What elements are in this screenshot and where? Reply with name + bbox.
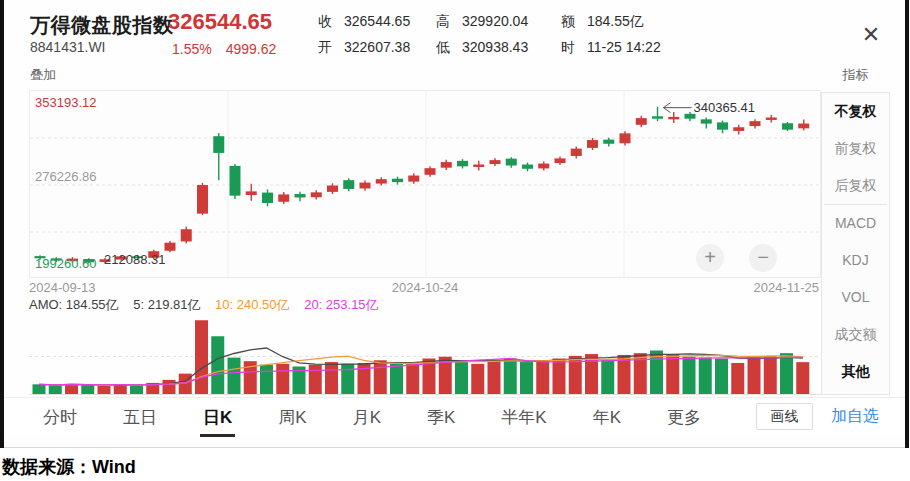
quote-column: 高329920.04低320938.43 [436, 13, 528, 65]
last-price: 326544.65 [168, 9, 272, 35]
tab-年K[interactable]: 年K [592, 406, 622, 429]
overlay-button[interactable]: 叠加 [30, 66, 56, 84]
quote-row: 额184.55亿 [561, 13, 661, 39]
tab-分时[interactable]: 分时 [42, 406, 78, 429]
draw-line-button[interactable]: 画线 [756, 403, 813, 430]
indicator-item-KDJ[interactable]: KDJ [822, 242, 889, 279]
quote-column: 收326544.65开322607.38 [318, 13, 410, 65]
change-percent: 1.55% [172, 41, 212, 57]
quote-row: 时11-25 14:22 [561, 39, 661, 65]
quote-value: 326544.65 [344, 13, 410, 29]
indicator-item-成交额[interactable]: 成交额 [822, 316, 889, 353]
x-axis-label-end: 2024-11-25 [753, 280, 819, 295]
quote-label: 收 [318, 13, 332, 31]
quote-label: 额 [561, 13, 575, 31]
tab-五日[interactable]: 五日 [122, 406, 158, 429]
index-title: 万得微盘股指数 [30, 12, 174, 39]
tab-日K[interactable]: 日K [202, 406, 233, 429]
quote-label: 高 [436, 13, 450, 31]
quote-row: 收326544.65 [318, 13, 410, 39]
quote-value: 184.55亿 [587, 13, 644, 29]
index-code: 8841431.WI [30, 39, 106, 55]
quote-value: 322607.38 [344, 39, 410, 55]
quote-label: 时 [561, 39, 575, 57]
x-axis-label-start: 2024-09-13 [29, 280, 96, 295]
legend-ma20: 20: 253.15亿 [304, 297, 378, 312]
quote-value: 11-25 14:22 [587, 39, 661, 55]
volume-legend: AMO: 184.55亿 5: 219.81亿 10: 240.50亿 20: … [29, 296, 390, 314]
tab-半年K[interactable]: 半年K [500, 406, 547, 429]
tab-更多[interactable]: 更多 [666, 406, 702, 429]
indicator-item-不复权[interactable]: 不复权 [822, 93, 889, 130]
legend-ma5: 5: 219.81亿 [133, 297, 200, 312]
quote-value: 320938.43 [462, 39, 528, 55]
x-axis-label-mid: 2024-10-24 [392, 280, 459, 295]
y-axis-max-label: 353193.12 [35, 95, 96, 110]
indicator-item-MACD[interactable]: MACD [822, 205, 889, 242]
indicator-header: 指标 [821, 66, 890, 84]
add-watchlist-button[interactable]: 加自选 [831, 406, 879, 427]
quote-row: 高329920.04 [436, 13, 528, 39]
zoom-out-button[interactable]: − [749, 244, 777, 272]
y-axis-mid-label: 276226.86 [35, 169, 96, 184]
svg-text:340365.41: 340365.41 [694, 100, 755, 115]
tab-季K[interactable]: 季K [426, 406, 456, 429]
change-absolute: 4999.62 [226, 41, 277, 57]
screenshot-stage: 万得微盘股指数 8841431.WI 326544.65 1.55%4999.6… [0, 0, 910, 481]
indicator-item-后复权[interactable]: 后复权 [822, 167, 889, 204]
quote-value: 329920.04 [462, 13, 528, 29]
quote-label: 低 [436, 39, 450, 57]
period-tabbar: 分时五日日K周K月K季K半年K年K更多 画线 加自选 [4, 397, 905, 435]
indicator-item-其他[interactable]: 其他 [822, 353, 889, 390]
y-axis-min-label: 199260.60 [35, 256, 96, 271]
volume-svg [29, 318, 821, 395]
indicator-panel: 不复权前复权后复权MACDKDJVOL成交额其他 [821, 92, 890, 395]
tab-月K[interactable]: 月K [352, 406, 382, 429]
volume-chart[interactable] [29, 318, 821, 395]
price-change: 1.55%4999.62 [172, 41, 290, 57]
indicator-item-VOL[interactable]: VOL [822, 279, 889, 316]
tab-周K[interactable]: 周K [277, 406, 307, 429]
close-icon[interactable]: ✕ [856, 20, 886, 50]
period-tabs: 分时五日日K周K月K季K半年K年K更多 [42, 398, 702, 436]
indicator-item-前复权[interactable]: 前复权 [822, 130, 889, 167]
zoom-in-button[interactable]: + [696, 244, 724, 272]
quote-row: 开322607.38 [318, 39, 410, 65]
stock-chart-app: 万得微盘股指数 8841431.WI 326544.65 1.55%4999.6… [4, 0, 905, 448]
data-source-caption: 数据来源：Wind [2, 455, 136, 479]
quote-column: 额184.55亿时11-25 14:22 [561, 13, 661, 65]
right-border-strip [905, 0, 909, 448]
quote-row: 低320938.43 [436, 39, 528, 65]
legend-ma10: 10: 240.50亿 [215, 297, 289, 312]
x-axis: 2024-09-13 2024-10-24 2024-11-25 [29, 280, 821, 296]
legend-amo: AMO: 184.55亿 [29, 297, 119, 312]
lowest-low-label: 212088.31 [104, 252, 165, 267]
quote-label: 开 [318, 39, 332, 57]
